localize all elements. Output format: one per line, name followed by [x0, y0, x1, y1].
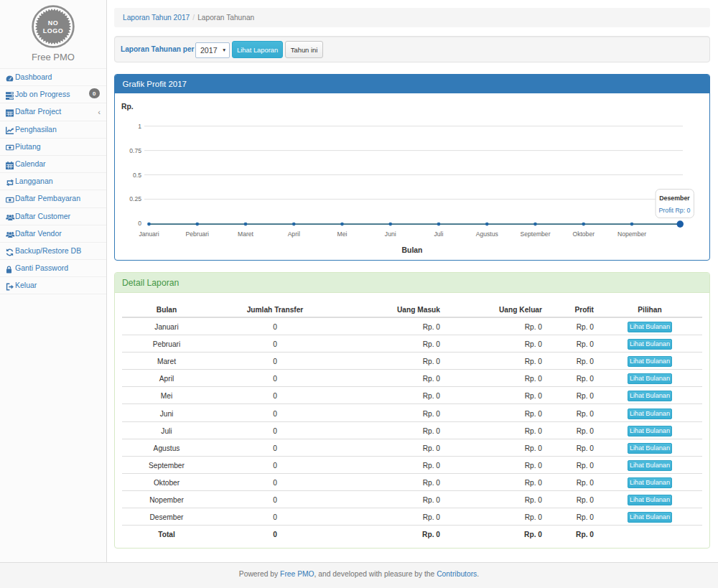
- svg-text:Juli: Juli: [434, 230, 444, 238]
- svg-text:Desember: Desember: [659, 195, 690, 202]
- svg-text:Juni: Juni: [385, 230, 396, 238]
- svg-text:Profit Rp: 0: Profit Rp: 0: [658, 207, 690, 214]
- svg-text:Bulan: Bulan: [402, 246, 423, 254]
- svg-text:NO: NO: [48, 19, 59, 27]
- svg-text:0: 0: [138, 220, 141, 227]
- svg-text:September: September: [520, 230, 550, 238]
- svg-text:Mei: Mei: [337, 230, 348, 238]
- svg-text:Maret: Maret: [238, 230, 254, 238]
- svg-text:0.25: 0.25: [129, 195, 141, 202]
- svg-text:Januari: Januari: [139, 230, 159, 238]
- svg-text:1: 1: [138, 123, 141, 130]
- svg-text:Oktober: Oktober: [572, 230, 595, 238]
- svg-text:0.75: 0.75: [129, 147, 141, 154]
- svg-text:April: April: [288, 230, 300, 238]
- svg-text:0.5: 0.5: [133, 172, 141, 179]
- svg-text:Agustus: Agustus: [476, 230, 498, 238]
- svg-text:Nopember: Nopember: [617, 230, 646, 238]
- svg-text:LOGO: LOGO: [43, 27, 64, 34]
- svg-text:Rp.: Rp.: [121, 103, 134, 111]
- svg-text:Pebruari: Pebruari: [186, 230, 210, 238]
